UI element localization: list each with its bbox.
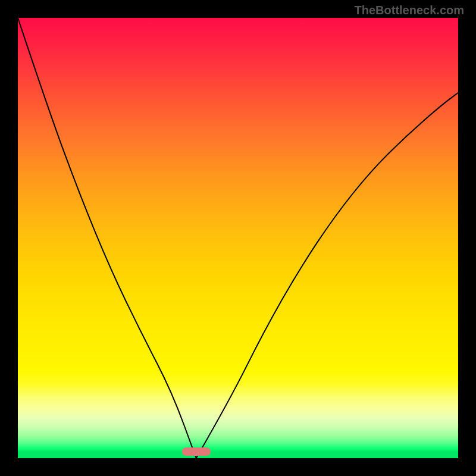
optimal-marker bbox=[182, 447, 211, 456]
chart-area bbox=[18, 18, 458, 458]
bottleneck-curve bbox=[18, 18, 458, 458]
watermark-text: TheBottleneck.com bbox=[355, 4, 464, 17]
